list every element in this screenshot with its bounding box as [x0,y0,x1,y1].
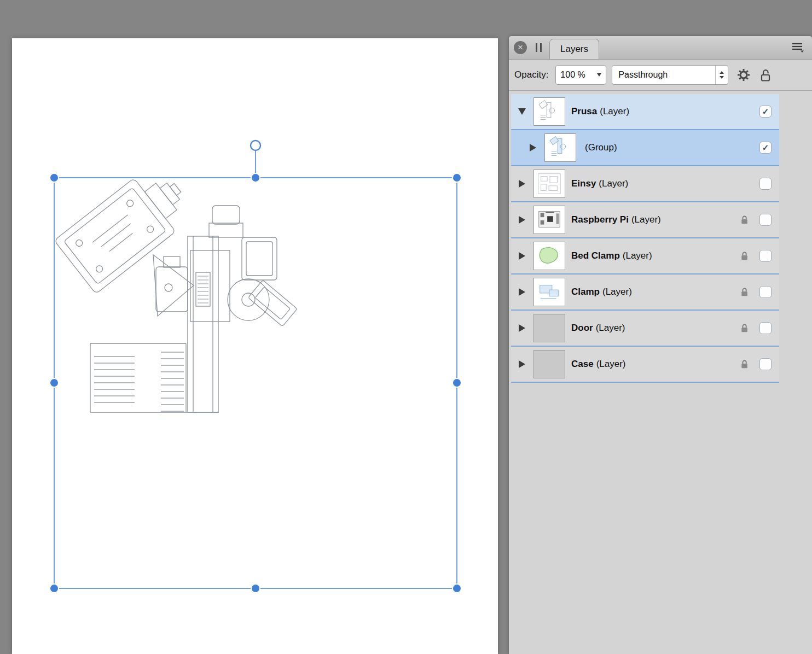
canvas-svg [12,38,498,654]
visibility-checkbox[interactable]: ✓ [759,106,772,118]
expand-arrow[interactable] [530,144,536,151]
handle-mid-left[interactable] [50,378,59,387]
rotation-handle[interactable] [251,141,260,150]
layer-label: Door(Layer) [571,323,740,334]
layer-row-group[interactable]: (Group) ✓ [511,130,779,166]
tab-layers[interactable]: Layers [549,39,599,59]
chevron-down-icon [597,73,601,77]
layer-row-door[interactable]: Door(Layer) [511,311,779,347]
lock-icon [740,251,749,261]
layer-row-clamp[interactable]: Clamp(Layer) [511,275,779,311]
opacity-value: 100 % [560,70,585,80]
layer-row-case[interactable]: Case(Layer) [511,347,779,383]
handle-top-mid[interactable] [251,173,260,182]
visibility-checkbox[interactable] [759,286,772,298]
layer-thumbnail[interactable] [533,278,565,306]
layer-row-raspberry-pi[interactable]: Raspberry Pi(Layer) [511,202,779,238]
gear-icon[interactable] [736,68,751,82]
expand-arrow[interactable] [519,180,525,188]
expand-arrow[interactable] [519,360,525,368]
layer-thumbnail[interactable] [533,97,565,126]
lock-icon [740,323,749,334]
stepper-icon[interactable] [715,66,728,84]
visibility-checkbox[interactable] [759,178,772,190]
layer-label: Raspberry Pi(Layer) [571,214,740,225]
panel-menu-icon[interactable] [791,42,804,55]
layer-thumbnail[interactable] [533,170,565,198]
layer-row-einsy[interactable]: Einsy(Layer) [511,166,779,202]
layer-thumbnail[interactable] [533,314,565,342]
layer-list: Prusa(Layer) ✓ (Group) [511,94,779,383]
layer-label: Prusa(Layer) [571,106,740,117]
layer-thumbnail[interactable] [533,242,565,270]
visibility-checkbox[interactable] [759,250,772,262]
lock-unlocked-icon[interactable] [760,68,771,82]
handle-top-right[interactable] [453,173,461,182]
lock-icon [740,287,749,297]
visibility-checkbox[interactable] [759,358,772,370]
opacity-label: Opacity: [514,69,548,80]
handle-bottom-mid[interactable] [251,584,260,593]
handle-mid-right[interactable] [453,378,461,387]
layer-thumbnail[interactable] [544,133,576,162]
layer-row-prusa[interactable]: Prusa(Layer) ✓ [511,94,779,130]
blend-mode-dropdown[interactable]: Passthrough [612,65,728,85]
layer-thumbnail[interactable] [533,350,565,378]
document-canvas[interactable] [12,38,498,654]
layers-panel: × Layers Opacity: 100 % Passthrough [509,36,812,654]
panel-close-icon[interactable]: × [514,41,527,54]
expand-arrow[interactable] [519,288,525,296]
lock-icon [740,215,749,225]
layer-label: Case(Layer) [571,359,740,370]
layer-thumbnail[interactable] [533,206,565,234]
expand-arrow[interactable] [519,216,525,224]
layer-label: Bed Clamp(Layer) [571,250,740,261]
expand-arrow[interactable] [519,324,525,332]
visibility-checkbox[interactable] [759,214,772,226]
handle-bottom-left[interactable] [50,584,59,593]
layer-label: Clamp(Layer) [571,287,740,297]
blend-mode-value: Passthrough [618,70,668,80]
panel-header: × Layers [509,36,812,60]
expand-arrow[interactable] [519,252,525,260]
visibility-checkbox[interactable] [759,322,772,334]
handle-top-left[interactable] [50,173,59,182]
printer-drawing [54,161,297,412]
visibility-checkbox[interactable]: ✓ [759,142,772,154]
expand-arrow[interactable] [518,108,526,115]
panel-dock-handle-icon[interactable] [536,43,542,52]
opacity-dropdown[interactable]: 100 % [555,65,606,85]
layer-row-bed-clamp[interactable]: Bed Clamp(Layer) [511,238,779,275]
lock-icon [740,359,749,370]
blend-options-bar: Opacity: 100 % Passthrough [509,60,812,91]
selection-overlay [50,141,461,593]
layer-label: Einsy(Layer) [571,178,740,189]
handle-bottom-right[interactable] [453,584,461,593]
layer-label: (Group) [582,142,740,153]
